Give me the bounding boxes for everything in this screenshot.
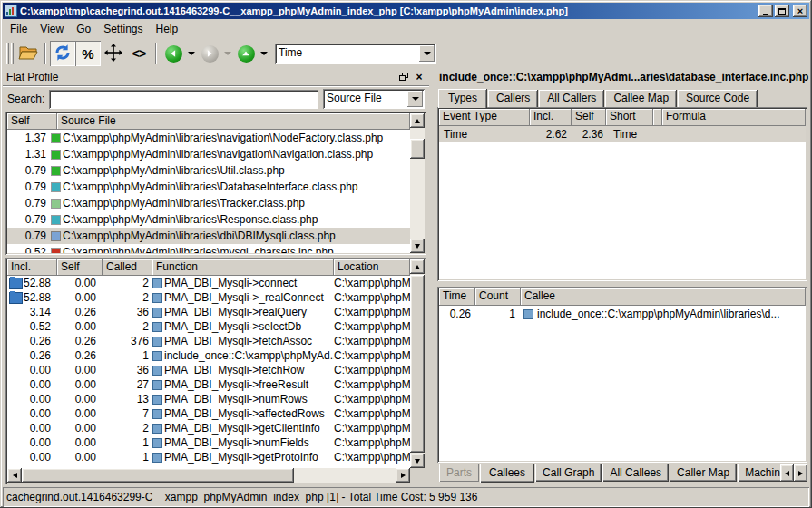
column-header-time[interactable]: Time	[439, 288, 475, 306]
bottom-tab[interactable]: Caller Map	[670, 464, 737, 482]
toolbar-grip[interactable]	[6, 43, 9, 64]
up-button[interactable]	[233, 41, 259, 66]
function-row[interactable]: 52.88 0.00 2 PMA_DBI_Mysqli->_realConnec…	[7, 290, 410, 305]
detail-tab[interactable]: Types	[438, 89, 487, 108]
function-row[interactable]: 0.00 0.00 7 PMA_DBI_Mysqli->affectedRows…	[7, 406, 410, 421]
scroll-down-button[interactable]	[410, 239, 425, 253]
scroll-right-button[interactable]	[396, 468, 410, 483]
detail-tab[interactable]: Callers	[488, 90, 538, 107]
column-header-function[interactable]: Function	[152, 259, 334, 276]
source-file-row[interactable]: 0.52 C:\xampp\phpMyAdmin\libraries\mysql…	[7, 244, 410, 253]
source-file-row[interactable]: 1.31 C:\xampp\phpMyAdmin\libraries\navig…	[7, 146, 410, 162]
selected-function-header: include_once::C:\xampp\phpMyAdmi...aries…	[435, 70, 809, 86]
bottom-tab[interactable]: Machine Code	[738, 464, 780, 482]
chevron-down-icon[interactable]	[407, 91, 423, 107]
column-header-source-file[interactable]: Source File	[57, 113, 410, 130]
tab-scroll-right-button[interactable]	[794, 464, 807, 482]
column-header-called[interactable]: Called	[103, 259, 152, 276]
column-header-self[interactable]: Self	[572, 109, 606, 126]
function-row[interactable]: 0.26 0.26 1 include_once::C:\xampp\phpMy…	[7, 348, 410, 363]
horizontal-scrollbar[interactable]	[7, 468, 410, 483]
expand-button[interactable]	[101, 41, 126, 66]
source-file-row[interactable]: 0.79 C:\xampp\phpMyAdmin\libraries\Datab…	[7, 179, 410, 195]
source-file-row[interactable]: 0.79 C:\xampp\phpMyAdmin\libraries\Track…	[7, 195, 410, 211]
source-file-row[interactable]: 0.79 C:\xampp\phpMyAdmin\libraries\Util.…	[7, 162, 410, 179]
search-input[interactable]	[49, 90, 318, 109]
bottom-tab[interactable]: Callees	[480, 464, 534, 483]
callee-row[interactable]: 0.26 1 include_once::C:\xampp\phpMyAdmin…	[439, 306, 806, 322]
column-header-short[interactable]: Short	[606, 109, 653, 126]
column-header-event-type[interactable]: Event Type	[439, 109, 530, 126]
function-row[interactable]: 0.52 0.00 2 PMA_DBI_Mysqli->selectDb C:\…	[7, 319, 410, 334]
menu-item[interactable]: Help	[150, 21, 185, 37]
menu-item[interactable]: Go	[70, 21, 97, 37]
group-by-select[interactable]: Source File	[323, 89, 425, 109]
event-type-select[interactable]: Time	[275, 44, 436, 64]
vertical-scrollbar[interactable]	[410, 113, 425, 253]
menu-item[interactable]: File	[4, 21, 34, 37]
column-header-location[interactable]: Location	[334, 259, 410, 276]
types-row[interactable]: Time 2.62 2.36 Time	[439, 126, 806, 142]
toolbar-separator	[155, 43, 157, 64]
scroll-up-button[interactable]	[410, 259, 425, 274]
scroll-left-button[interactable]	[7, 468, 22, 483]
column-header-formula[interactable]: Formula	[662, 109, 806, 126]
menu-item[interactable]: Settings	[97, 21, 149, 37]
bottom-tab[interactable]: All Callees	[602, 464, 669, 482]
scrollbar-thumb[interactable]	[410, 275, 425, 453]
scroll-up-button[interactable]	[410, 113, 425, 128]
tab-scroll-left-button[interactable]	[780, 464, 794, 482]
open-file-button[interactable]	[15, 41, 41, 66]
cost-color-icon	[52, 183, 60, 191]
up-dropdown-button[interactable]	[259, 41, 269, 66]
function-row[interactable]: 0.00 0.00 1 PMA_DBI_Mysqli->numFields C:…	[7, 435, 410, 450]
close-panel-button[interactable]: ×	[413, 71, 426, 83]
source-file-row[interactable]: 1.37 C:\xampp\phpMyAdmin\libraries\navig…	[7, 130, 410, 146]
incl-cost-cell: 0.00	[7, 393, 57, 405]
float-panel-button[interactable]	[397, 71, 410, 83]
function-row[interactable]: 0.00 0.00 2 PMA_DBI_Mysqli->getClientInf…	[7, 421, 410, 435]
function-row[interactable]: 0.26 0.26 376 PMA_DBI_Mysqli->fetchAssoc…	[7, 334, 410, 348]
search-label: Search:	[7, 93, 44, 105]
scrollbar-thumb[interactable]	[410, 139, 425, 159]
column-header-self[interactable]: Self	[57, 259, 103, 276]
function-row[interactable]: 0.00 0.00 27 PMA_DBI_Mysqli->freeResult …	[7, 377, 410, 392]
function-table-header: Incl. Self Called Function Location	[7, 259, 410, 276]
detail-tab[interactable]: All Callers	[539, 90, 604, 107]
function-row[interactable]: 52.88 0.00 2 PMA_DBI_Mysqli->connect C:\…	[7, 276, 410, 290]
function-row[interactable]: 0.00 0.00 36 PMA_DBI_Mysqli->fetchRow C:…	[7, 363, 410, 377]
minimize-button[interactable]	[758, 5, 773, 17]
vertical-scrollbar[interactable]	[410, 259, 425, 468]
window-title: C:\xampp\tmp\cachegrind.out.1416463299-C…	[20, 5, 755, 16]
chevron-down-icon[interactable]	[419, 45, 435, 62]
column-header-callee[interactable]: Callee	[521, 288, 806, 306]
detail-panel: include_once::C:\xampp\phpMyAdmi...aries…	[435, 69, 809, 485]
refresh-icon	[54, 44, 72, 64]
back-button[interactable]	[161, 41, 186, 66]
event-type-value: Time	[275, 44, 417, 64]
back-dropdown-button[interactable]	[186, 41, 197, 66]
cycle-detection-button[interactable]	[50, 41, 75, 66]
scroll-down-button[interactable]	[410, 454, 425, 468]
source-file-row[interactable]: 0.79 C:\xampp\phpMyAdmin\libraries\Respo…	[7, 211, 410, 228]
function-row[interactable]: 0.00 0.00 13 PMA_DBI_Mysqli->numRows C:\…	[7, 392, 410, 406]
percentage-button[interactable]: %	[75, 41, 101, 66]
panel-splitter[interactable]	[429, 69, 435, 485]
close-button[interactable]: ×	[793, 5, 807, 17]
function-row[interactable]: 0.00 0.00 1 PMA_DBI_Mysqli->getProtoInfo…	[7, 450, 410, 464]
detail-tab[interactable]: Callee Map	[605, 90, 677, 107]
menu-item[interactable]: View	[34, 21, 70, 37]
function-row[interactable]: 3.14 0.26 36 PMA_DBI_Mysqli->realQuery C…	[7, 305, 410, 319]
maximize-button[interactable]	[775, 5, 789, 17]
relative-cost-button[interactable]: <>	[126, 41, 152, 66]
source-file-row[interactable]: 0.79 C:\xampp\phpMyAdmin\libraries\dbi\D…	[7, 228, 410, 244]
column-header-self[interactable]: Self	[7, 113, 57, 130]
column-header-incl[interactable]: Incl.	[7, 259, 57, 276]
scrollbar-thumb[interactable]	[22, 468, 294, 483]
bottom-tab[interactable]: Call Graph	[535, 464, 602, 482]
called-count-cell: 27	[103, 378, 152, 391]
column-header-count[interactable]: Count	[475, 288, 521, 306]
column-header-incl[interactable]: Incl.	[530, 109, 572, 126]
detail-tab[interactable]: Source Code	[678, 90, 758, 107]
toolbar-grip[interactable]	[11, 43, 14, 64]
